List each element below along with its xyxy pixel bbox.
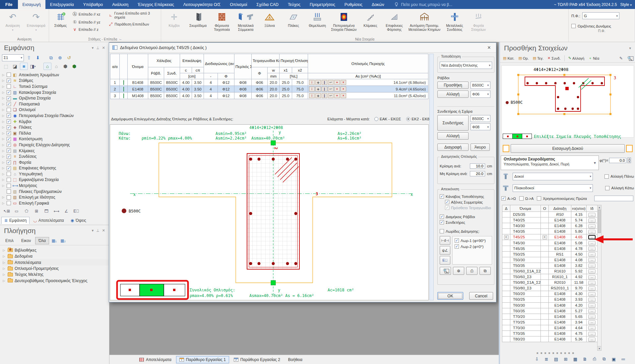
tree-checkbox[interactable]	[7, 172, 11, 176]
tree-item-Πλάκες[interactable]: ▷✓◈Πλάκες	[1, 124, 109, 130]
dialog-title-bar[interactable]: Δεδομένα Οπλισμού Διατομής Τ45/25 ( Δοκό…	[109, 43, 496, 53]
close-icon[interactable]: ✕	[102, 46, 105, 50]
ribbon-button-Επιφάνειες Φόρτισης[interactable]: Επιφάνειες Φόρτισης	[383, 10, 406, 34]
tree-item-Επιλογή Γραφικά[interactable]: ▷▭Επιλογή Γραφικά	[1, 200, 109, 206]
details-button[interactable]: ...	[588, 326, 596, 330]
details-button[interactable]: ...	[588, 337, 596, 342]
section-row-T60/25[interactable]: T60/25E14083.93...	[502, 297, 598, 302]
zoom-window-icon[interactable]: 🔍⃞	[440, 267, 451, 275]
details-button[interactable]: ...	[588, 320, 596, 325]
angle-spinner[interactable]: ▲▼	[627, 157, 631, 163]
info-icon[interactable]: i	[309, 87, 315, 91]
beams-combo[interactable]: Δοκοί▾	[513, 173, 593, 180]
layers-icon[interactable]: ◈	[315, 87, 321, 91]
tree-checkbox[interactable]: ✓	[7, 154, 11, 159]
radio-ΕΑΚ - ΕΚΩΣ[interactable]: ΕΑΚ - ΕΚΩΣ	[374, 117, 401, 121]
add-icon[interactable]: +	[334, 87, 340, 91]
section-row-T50/80_Σ3[interactable]: T50/80_Σ3RS2010_19.70...	[502, 285, 598, 291]
slab-beams-combo[interactable]: Πλακοδοκοί▾	[513, 184, 593, 192]
tree-item-Κατακόρυφα Στοιχεία[interactable]: ▷✓▨Κατακόρυφα Στοιχεία	[1, 90, 109, 95]
details-button[interactable]: ...	[588, 252, 596, 257]
expander-icon[interactable]: ▷	[1, 137, 5, 141]
add-toolbar-Κατ.[interactable]: ▤Κατ.	[501, 55, 516, 61]
material-select[interactable]: Οπλισμένου Σκυροδέματος Υποστυλώματα, Το…	[501, 155, 599, 170]
menu-Σχέδια CAD[interactable]: Σχέδια CAD	[252, 0, 283, 9]
cancel-action-button[interactable]: Άκυρο	[471, 144, 490, 151]
print-icon[interactable]: ⎙	[466, 267, 477, 275]
ribbon-button-Θεμελίωση[interactable]: Θεμελίωση	[306, 10, 329, 34]
ribbon-button-Επίπεδο // yz[interactable]: ①Επίπεδο // yz	[71, 19, 106, 25]
col-Όνομα[interactable]: Όνομα	[510, 205, 541, 212]
bottom-handle[interactable]	[271, 280, 276, 285]
print-icon[interactable]: ⎙	[591, 356, 598, 362]
expander-icon[interactable]: ▷	[1, 126, 5, 129]
section-row-T50/35[interactable]: T50/35E14083.82...	[502, 263, 598, 268]
menu-File[interactable]: File	[0, 0, 18, 9]
section-row-T70/35[interactable]: T70/35E14084.75...	[502, 331, 598, 336]
strip-check-Λωρ-2 (φ=0°)[interactable]: ✓Λωρ-2 (φ=0°)	[455, 244, 490, 249]
details-button[interactable]: ...	[588, 332, 596, 336]
model-outline-icon[interactable]: ⌂	[52, 63, 60, 70]
vis-check-Λωρίδες Διάτμησης:[interactable]: Λωρίδες Διάτμησης:	[440, 229, 492, 233]
angle-input[interactable]	[609, 158, 626, 163]
delete-icon[interactable]: ×	[341, 93, 346, 98]
e-labels-icon[interactable]: Ε⃞	[440, 256, 450, 265]
left-marker-button[interactable]: <	[504, 235, 509, 239]
model-solid-icon[interactable]: ⬢	[61, 63, 69, 70]
curve-icon[interactable]: ↩	[328, 87, 334, 91]
dimension-icon[interactable]: ⊢d⊣	[440, 236, 450, 245]
collapse-icon[interactable]: ▾	[92, 46, 94, 50]
vis-check-Διαμήκεις Ράβδοι[interactable]: ✓Διαμήκεις Ράβδοι	[440, 214, 492, 219]
tree-item-Κλίμακες[interactable]: ▷✓▤Κλίμακες	[1, 148, 109, 154]
menu-Ρυθμίσεις[interactable]: Ρυθμίσεις	[340, 0, 367, 9]
expander-icon[interactable]: ▷	[1, 102, 5, 106]
menu-Οπλισμοί[interactable]: Οπλισμοί	[225, 0, 252, 9]
tree-item-Φορτία[interactable]: ▷✓∏Φορτία	[1, 159, 109, 165]
level-up-icon[interactable]: ⇧	[25, 54, 33, 61]
bottom-tab-Παράθυρο Εργασίας 2[interactable]: 2Παράθυρο Εργασίας 2	[230, 356, 284, 363]
ribbon-button-Κόμβοι[interactable]: Κόμβοι	[162, 10, 186, 34]
tree-item-Περιοχές Ελέγχου Διάτρησης[interactable]: ▷✓◎Περιοχές Ελέγχου Διάτρησης	[1, 142, 109, 148]
model-frame-icon[interactable]: ⌂	[43, 63, 51, 70]
details-button[interactable]: ...	[588, 218, 596, 223]
tree-checkbox[interactable]: ✓	[7, 96, 11, 100]
expander-icon[interactable]: ▷	[1, 166, 5, 170]
curve-icon[interactable]: ↩	[328, 93, 334, 98]
section-row-T50/80_Σ1Α_Σ2[interactable]: T50/80_Σ1Α_Σ2R201011.58...	[502, 280, 598, 285]
ribbon-button-Ξύλινα[interactable]: Ξύλινα	[258, 10, 281, 34]
zoom-previous-icon[interactable]: ↺	[65, 54, 73, 61]
ribbon-button-Πεπερασμένα Στοιχεία Πλακών[interactable]: Πεπερασμένα Στοιχεία Πλακών	[330, 10, 358, 34]
undo-button[interactable]: ↶ Αναίρεση▾	[1, 10, 24, 34]
section-row-T70/20[interactable]: T70/20E14085.65...	[502, 314, 598, 319]
col-ro(o/oo)[interactable]: ro(o/oo)	[571, 205, 587, 212]
vis-check-Συνδετήρες[interactable]: ✓Συνδετήρες	[440, 220, 492, 224]
view-mode-icon[interactable]: ◨▾	[29, 63, 37, 70]
bottom-tab-Αποτελέσματα[interactable]: Αποτελέσματα	[136, 356, 175, 363]
zoom-extents-icon[interactable]: ⊕	[453, 267, 464, 275]
list-icon[interactable]: ≣	[543, 356, 550, 362]
vis-check-Πρόσθετο Τετραγωνίδιο[interactable]: ✓Πρόσθετο Τετραγωνίδιο	[445, 206, 492, 210]
expander-icon[interactable]: ▷	[1, 196, 5, 199]
tree-item-Εμφανιζόμενα Στοιχεία[interactable]: ▷⬚Εμφανιζόμενα Στοιχεία	[1, 177, 109, 183]
measure-icon[interactable]: ⟷	[52, 208, 60, 215]
bottom-tab-Βοήθεια[interactable]: Βοήθεια	[285, 356, 306, 363]
add-icon[interactable]: +	[334, 80, 340, 85]
expander-icon[interactable]: ▷	[1, 178, 5, 181]
details-button[interactable]: ...	[588, 258, 596, 262]
section-row-T80/20[interactable]: T80/20E14085.36...	[502, 336, 598, 342]
change-bottom-checkbox[interactable]	[605, 186, 609, 190]
horizontal-forces-checkbox[interactable]	[571, 24, 576, 28]
section-row-T45/35[interactable]: T45/35E14084.78...	[502, 246, 598, 251]
dialog-cancel-button[interactable]: Cancel	[469, 292, 493, 300]
menu-Έλεγχος Επάρκειας[interactable]: Έλεγχος Επάρκειας	[133, 0, 179, 9]
details-button[interactable]: ...	[588, 303, 596, 308]
select-grid-icon[interactable]: ⊞	[32, 208, 40, 215]
change-top-checkbox[interactable]	[604, 174, 609, 179]
menu-Επεξεργασία[interactable]: Επεξεργασία	[45, 0, 79, 9]
tree-item-Πέδιλα[interactable]: ▷✓▣Πέδιλα	[1, 130, 109, 136]
chevron-down-icon[interactable]: ▾	[629, 46, 631, 50]
section-row-D25/35[interactable]: D25/35RS04.15...	[502, 212, 598, 217]
style-menu[interactable]: Style ▾	[620, 2, 632, 7]
layout-select[interactable]: Νέα Διάταξη Όπλισης▾	[440, 62, 492, 69]
nav-item-Δευτεροβάθμιος Προσεισμικός Έλεγχος[interactable]: ▷Δευτεροβάθμιος Προσεισμικός Έλεγχος	[2, 278, 109, 284]
